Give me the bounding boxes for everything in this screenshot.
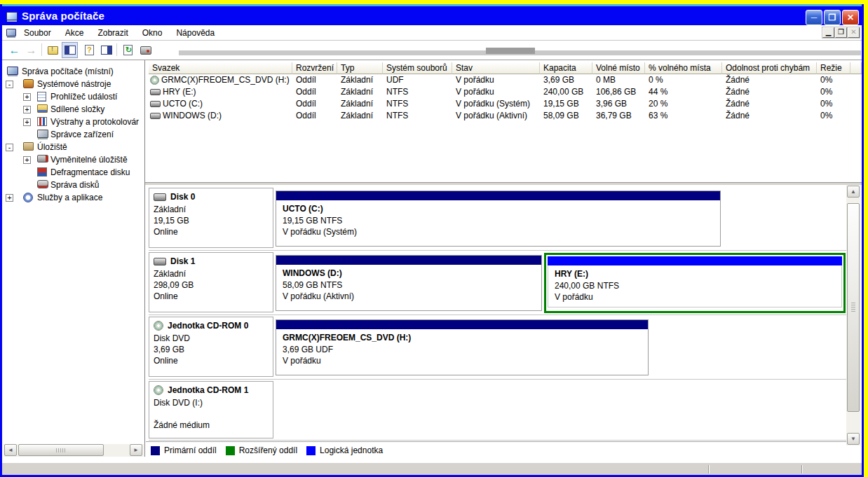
column-header-pct-volneho-mista[interactable]: % volného místa <box>645 62 722 74</box>
statusbar-separator <box>708 465 709 473</box>
column-header-rezie[interactable]: Režie <box>817 62 850 74</box>
table-cell: 0% <box>817 74 850 86</box>
table-cell: 63 % <box>645 110 722 122</box>
tree-item-disk-management[interactable]: Správa disků <box>2 179 144 192</box>
toolbar: ← → ? ↻ <box>2 41 862 60</box>
table-cell-filler <box>850 86 862 98</box>
table-cell: Oddíl <box>292 74 337 86</box>
cdrom1-label-cell[interactable]: Jednotka CD-ROM 1 Disk DVD (I:) Žádné mé… <box>149 381 273 438</box>
table-cell: Základní <box>337 110 383 122</box>
tree-item-label: Prohlížeč událostí <box>50 92 117 102</box>
tree-item-removable-storage[interactable]: + Vyměnitelné úložiště <box>2 154 144 167</box>
scroll-down-button[interactable]: ▼ <box>847 433 860 445</box>
tree-item-shared-folders[interactable]: + Sdílené složky <box>2 104 144 116</box>
tree-item-label: Služby a aplikace <box>37 193 102 202</box>
minimize-button[interactable]: ─ <box>806 10 822 25</box>
toolbar-separator <box>116 43 117 56</box>
restore-button[interactable]: ❐ <box>824 10 841 25</box>
partition-grmc-h[interactable]: GRMC(X)FREOEM_CS_DVD (H:) 3,69 GB UDF V … <box>276 319 649 375</box>
mdi-restore-button[interactable]: ❐ <box>835 27 847 38</box>
menu-soubor[interactable]: Soubor <box>18 27 57 39</box>
close-button[interactable]: ✕ <box>842 10 859 25</box>
tree-item-services-applications[interactable]: + Služby a aplikace <box>2 192 144 205</box>
expand-toggle[interactable]: + <box>23 156 31 164</box>
tree-item-label: Defragmentace disku <box>50 167 130 177</box>
menu-akce[interactable]: Akce <box>59 27 90 39</box>
tree-scrollbar-thumb[interactable] <box>18 444 104 456</box>
disk0-label-cell[interactable]: Disk 0 Základní 19,15 GB Online <box>149 188 273 248</box>
table-cell: Základní <box>337 74 383 86</box>
tree-item-storage[interactable]: - Úložiště <box>2 141 144 154</box>
column-header-kapacita[interactable]: Kapacita <box>540 62 592 74</box>
tree-item-event-viewer[interactable]: + Prohlížeč událostí <box>2 91 144 104</box>
tree-item-system-tools[interactable]: - Systémové nástroje <box>2 78 144 91</box>
tree-item-device-manager[interactable]: Správce zařízení <box>2 129 144 141</box>
table-cell: Oddíl <box>292 98 337 110</box>
hdd-volume-icon <box>150 113 161 119</box>
scroll-left-button[interactable]: ◄ <box>4 444 17 456</box>
column-header-volne-misto[interactable]: Volné místo <box>592 62 645 74</box>
column-header-svazek[interactable]: Svazek <box>149 62 292 74</box>
expand-toggle[interactable]: + <box>23 118 31 126</box>
column-header-rozvrzeni[interactable]: Rozvržení <box>292 62 337 74</box>
table-row-volume-name[interactable]: WINDOWS (D:) <box>149 110 292 122</box>
console-tree-pane: Správa počítače (místní) - Systémové nás… <box>2 60 145 457</box>
table-row-volume-name[interactable]: UCTO (C:) <box>149 98 292 110</box>
scroll-up-button[interactable]: ▲ <box>847 186 860 198</box>
legend-label: Logická jednotka <box>320 445 383 455</box>
toolbar-separator <box>41 43 42 56</box>
show-action-pane-button[interactable] <box>98 42 114 58</box>
table-cell: 0 MB <box>592 74 645 86</box>
refresh-button[interactable]: ↻ <box>120 42 136 58</box>
scroll-right-button[interactable]: ► <box>130 444 142 456</box>
disk-management-toolbar-button[interactable] <box>137 42 154 58</box>
show-console-tree-button[interactable] <box>62 42 78 58</box>
extended-partition-hry-e[interactable]: HRY (E:) 240,00 GB NTFS V pořádku <box>544 253 846 313</box>
tree-item-disk-defragmenter[interactable]: Defragmentace disku <box>2 167 144 179</box>
column-header-typ[interactable]: Typ <box>337 62 383 74</box>
column-header-stav[interactable]: Stav <box>452 62 540 74</box>
device-manager-icon <box>37 130 48 138</box>
menu-napoveda[interactable]: Nápověda <box>170 27 221 39</box>
tree-item-label: Správa počítače (místní) <box>22 67 114 76</box>
column-header-odolnost[interactable]: Odolnost proti chybám <box>722 62 817 74</box>
tree-item-label: Sdílené složky <box>50 104 104 114</box>
table-cell-filler <box>850 74 862 86</box>
disk-management-icon <box>37 180 48 188</box>
table-cell: 0% <box>817 98 850 110</box>
column-header-system-souboru[interactable]: Systém souborů <box>383 62 452 74</box>
forward-button[interactable]: → <box>23 42 39 58</box>
redraw-artifact <box>486 48 535 54</box>
partition-ucto-c[interactable]: UCTO (C:) 19,15 GB NTFS V pořádku (Systé… <box>276 191 721 247</box>
status-bar <box>2 462 862 475</box>
collapse-toggle[interactable]: - <box>6 144 13 151</box>
cd-volume-icon <box>150 76 159 85</box>
mdi-minimize-button[interactable]: ▁ <box>822 27 834 38</box>
computer-icon <box>7 67 18 75</box>
scrollbar-thumb[interactable] <box>847 203 860 412</box>
tree-item-label: Vyměnitelné úložiště <box>50 155 128 165</box>
legend-label: Rozšířený oddíl <box>239 445 297 455</box>
tree-item-label: Úložiště <box>37 142 67 152</box>
tree-item-performance-logs[interactable]: + Výstrahy a protokolovár <box>2 116 144 129</box>
back-button[interactable]: ← <box>6 42 22 58</box>
table-row-volume-name[interactable]: HRY (E:) <box>149 86 292 98</box>
collapse-toggle[interactable]: - <box>6 81 13 88</box>
table-cell: 36,79 GB <box>592 110 645 122</box>
partition-windows-d[interactable]: WINDOWS (D:) 58,09 GB NTFS V pořádku (Ak… <box>276 255 542 311</box>
disk-pane-vertical-scrollbar[interactable]: ▲ ▼ <box>846 185 860 445</box>
menu-zobrazit[interactable]: Zobrazit <box>91 27 134 39</box>
menu-okno[interactable]: Okno <box>136 27 169 39</box>
tree-item-computer-management[interactable]: Správa počítače (místní) <box>2 66 144 78</box>
expand-toggle[interactable]: + <box>23 106 31 113</box>
disk1-label-cell[interactable]: Disk 1 Základní 298,09 GB Online <box>149 252 273 312</box>
help-document-button[interactable]: ? <box>81 42 97 58</box>
table-row-volume-name[interactable]: GRMC(X)FREOEM_CS_DVD (H:) <box>149 74 292 86</box>
cdrom0-label-cell[interactable]: Jednotka CD-ROM 0 Disk DVD 3,69 GB Onlin… <box>149 317 273 377</box>
expand-toggle[interactable]: + <box>23 93 31 101</box>
expand-toggle[interactable]: + <box>6 194 13 202</box>
tree-item-label: Výstrahy a protokolovár <box>50 117 139 127</box>
up-one-level-button[interactable] <box>45 42 61 58</box>
title-bar[interactable]: Správa počítače ─ ❐ ✕ <box>2 4 862 25</box>
table-cell: 20 % <box>645 98 722 110</box>
